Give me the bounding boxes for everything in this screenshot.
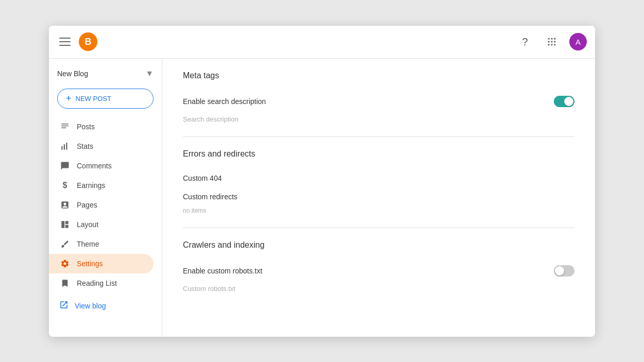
sidebar-item-comments[interactable]: Comments bbox=[49, 156, 154, 176]
no-items-label: no items bbox=[183, 206, 574, 219]
main-content: Meta tags Enable search description Sear… bbox=[162, 59, 595, 337]
divider-2 bbox=[183, 228, 574, 228]
svg-rect-11 bbox=[61, 127, 66, 128]
reading-list-label: Reading List bbox=[77, 279, 117, 287]
meta-tags-title: Meta tags bbox=[183, 71, 574, 80]
blog-name: New Blog bbox=[57, 70, 141, 78]
user-avatar[interactable]: A bbox=[569, 33, 587, 50]
search-description-placeholder: Search description bbox=[183, 112, 574, 128]
svg-rect-12 bbox=[61, 146, 62, 150]
chevron-down-icon: ▼ bbox=[145, 69, 154, 78]
sidebar-item-pages[interactable]: Pages bbox=[49, 195, 154, 215]
svg-rect-14 bbox=[66, 143, 67, 150]
app-window: B ? A New Blog ▼ + bbox=[49, 26, 595, 337]
custom-redirects-label: Custom redirects bbox=[183, 193, 238, 201]
new-post-button[interactable]: + NEW POST bbox=[57, 89, 154, 109]
help-icon[interactable]: ? bbox=[516, 32, 534, 51]
svg-point-1 bbox=[551, 38, 552, 40]
svg-rect-10 bbox=[61, 125, 69, 126]
svg-point-7 bbox=[551, 44, 552, 45]
header-left: B bbox=[57, 32, 516, 51]
reading-list-icon bbox=[59, 279, 71, 288]
custom-robots-placeholder: Custom robots.txt bbox=[183, 282, 574, 298]
svg-point-8 bbox=[554, 44, 555, 45]
stats-icon bbox=[59, 142, 71, 151]
enable-robots-row: Enable custom robots.txt bbox=[183, 260, 574, 282]
svg-point-2 bbox=[554, 38, 555, 40]
svg-rect-17 bbox=[65, 221, 69, 224]
view-blog-link[interactable]: View blog bbox=[49, 295, 162, 317]
menu-icon[interactable] bbox=[57, 36, 73, 48]
header: B ? A bbox=[49, 26, 595, 59]
svg-point-3 bbox=[548, 41, 550, 42]
sidebar-item-earnings[interactable]: $ Earnings bbox=[49, 176, 154, 195]
theme-label: Theme bbox=[77, 240, 99, 248]
custom-404-label: Custom 404 bbox=[183, 174, 222, 182]
plus-icon: + bbox=[66, 93, 72, 104]
new-post-label: NEW POST bbox=[76, 95, 111, 102]
layout-icon bbox=[59, 220, 71, 229]
blogger-logo: B bbox=[79, 32, 97, 51]
blog-selector[interactable]: New Blog ▼ bbox=[49, 63, 162, 84]
sidebar-item-theme[interactable]: Theme bbox=[49, 234, 154, 254]
errors-redirects-section: Errors and redirects Custom 404 Custom r… bbox=[183, 149, 574, 219]
apps-icon[interactable] bbox=[543, 32, 561, 51]
stats-label: Stats bbox=[77, 142, 93, 150]
svg-point-6 bbox=[548, 44, 550, 45]
custom-404-row: Custom 404 bbox=[183, 169, 574, 187]
enable-search-toggle[interactable] bbox=[554, 96, 574, 107]
layout-label: Layout bbox=[77, 220, 98, 229]
enable-robots-toggle[interactable] bbox=[554, 265, 574, 277]
meta-tags-section: Meta tags Enable search description Sear… bbox=[183, 71, 574, 128]
robots-toggle-thumb bbox=[555, 266, 564, 275]
svg-rect-9 bbox=[61, 124, 69, 125]
pages-icon bbox=[59, 200, 71, 210]
svg-point-0 bbox=[548, 38, 550, 40]
view-blog-label: View blog bbox=[75, 302, 106, 310]
earnings-label: Earnings bbox=[77, 181, 105, 189]
crawlers-section: Crawlers and indexing Enable custom robo… bbox=[183, 240, 574, 298]
comments-label: Comments bbox=[77, 162, 112, 170]
enable-search-label: Enable search description bbox=[183, 97, 266, 106]
svg-point-5 bbox=[554, 41, 555, 42]
theme-icon bbox=[59, 239, 71, 249]
sidebar-item-stats[interactable]: Stats bbox=[49, 136, 154, 156]
settings-icon bbox=[59, 259, 71, 268]
external-link-icon bbox=[59, 300, 69, 312]
settings-label: Settings bbox=[77, 260, 103, 268]
svg-rect-18 bbox=[65, 225, 69, 228]
sidebar: New Blog ▼ + NEW POST Posts Stats bbox=[49, 59, 162, 337]
posts-icon bbox=[59, 122, 71, 131]
svg-point-4 bbox=[551, 41, 552, 42]
header-right: ? A bbox=[516, 32, 587, 51]
body: New Blog ▼ + NEW POST Posts Stats bbox=[49, 59, 595, 337]
sidebar-item-reading-list[interactable]: Reading List bbox=[49, 273, 154, 293]
toggle-thumb bbox=[564, 97, 573, 106]
errors-redirects-title: Errors and redirects bbox=[183, 149, 574, 159]
enable-robots-label: Enable custom robots.txt bbox=[183, 267, 262, 275]
enable-search-row: Enable search description bbox=[183, 91, 574, 112]
posts-label: Posts bbox=[77, 123, 95, 131]
crawlers-title: Crawlers and indexing bbox=[183, 240, 574, 250]
sidebar-item-settings[interactable]: Settings bbox=[49, 254, 154, 273]
sidebar-item-layout[interactable]: Layout bbox=[49, 215, 154, 234]
svg-rect-13 bbox=[64, 144, 65, 150]
earnings-icon: $ bbox=[59, 181, 71, 190]
pages-label: Pages bbox=[77, 201, 97, 209]
svg-rect-16 bbox=[61, 221, 64, 228]
sidebar-item-posts[interactable]: Posts bbox=[49, 117, 154, 136]
comments-icon bbox=[59, 161, 71, 170]
divider-1 bbox=[183, 136, 574, 137]
custom-redirects-row: Custom redirects bbox=[183, 187, 574, 206]
